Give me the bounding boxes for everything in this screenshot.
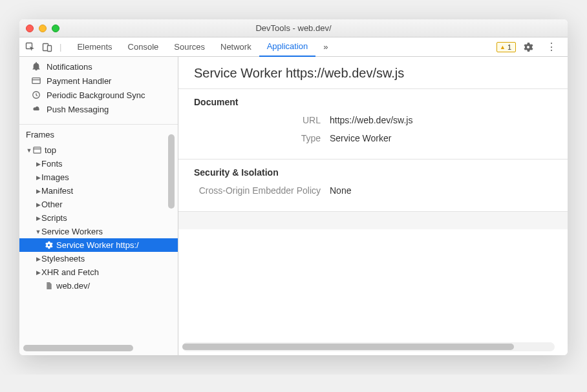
- tree-xhr-fetch[interactable]: XHR and Fetch: [19, 265, 178, 279]
- card-icon: [31, 76, 41, 86]
- warnings-count: 1: [507, 43, 511, 51]
- sidebar-item-push-messaging[interactable]: Push Messaging: [19, 102, 178, 116]
- coep-value: None: [330, 185, 351, 196]
- url-label: URL: [194, 115, 330, 125]
- expand-arrow-icon: [35, 174, 41, 181]
- tree-label: XHR and Fetch: [41, 267, 99, 277]
- type-value: Service Worker: [330, 133, 391, 143]
- tab-sources[interactable]: Sources: [166, 37, 213, 57]
- frame-icon: [32, 146, 42, 154]
- tree-stylesheets[interactable]: Stylesheets: [19, 252, 178, 265]
- type-label: Type: [194, 133, 330, 143]
- expand-arrow-icon: [35, 161, 41, 167]
- expand-arrow-icon: [35, 229, 41, 235]
- expand-arrow-icon: [35, 201, 41, 208]
- document-icon: [44, 282, 54, 290]
- tree-service-workers[interactable]: Service Workers: [19, 225, 178, 238]
- coep-label: Cross-Origin Embedder Policy: [194, 185, 330, 196]
- tree-webdev-leaf[interactable]: web.dev/: [19, 279, 178, 293]
- tree-service-worker-item[interactable]: Service Worker https:/: [19, 238, 178, 252]
- expand-arrow-icon: [26, 147, 32, 154]
- tabs-overflow[interactable]: »: [315, 37, 336, 57]
- section-title: Document: [194, 97, 552, 107]
- expand-arrow-icon: [35, 215, 41, 222]
- more-icon[interactable]: ⋮: [546, 41, 557, 53]
- device-toggle-icon[interactable]: [41, 41, 53, 53]
- svg-rect-3: [32, 78, 40, 84]
- separator: |: [59, 42, 61, 52]
- sidebar-item-label: Push Messaging: [47, 105, 109, 114]
- devtools-toolbar: | Elements Console Sources Network Appli…: [19, 37, 568, 57]
- tab-application[interactable]: Application: [259, 37, 316, 57]
- security-section: Security & Isolation Cross-Origin Embedd…: [178, 159, 568, 211]
- tree-label: Other: [41, 200, 63, 209]
- tree-top[interactable]: top: [19, 143, 178, 157]
- inspect-icon[interactable]: [25, 41, 36, 53]
- tree-other[interactable]: Other: [19, 198, 178, 211]
- cloud-icon: [31, 104, 41, 114]
- tree-label: web.dev/: [56, 281, 90, 291]
- expand-arrow-icon: [35, 256, 41, 262]
- sidebar-item-payment-handler[interactable]: Payment Handler: [19, 74, 178, 88]
- tab-network[interactable]: Network: [213, 37, 259, 57]
- gear-icon: [44, 241, 54, 249]
- bell-icon: [31, 61, 41, 72]
- tree-label: Fonts: [41, 159, 63, 169]
- tree-scripts[interactable]: Scripts: [19, 211, 178, 225]
- sidebar-item-label: Periodic Background Sync: [47, 90, 145, 100]
- tree-label: top: [45, 145, 56, 155]
- empty-section: [178, 211, 568, 229]
- sidebar-vscrollbar[interactable]: [168, 134, 176, 263]
- main-panel: Service Worker https://web.dev/sw.js Doc…: [178, 57, 568, 355]
- document-section: Document URL https://web.dev/sw.js Type …: [178, 88, 568, 159]
- warnings-badge[interactable]: 1: [496, 42, 516, 52]
- main-hscrollbar[interactable]: [182, 342, 555, 351]
- expand-arrow-icon: [35, 188, 41, 194]
- tree-label: Stylesheets: [41, 254, 85, 263]
- tree-images[interactable]: Images: [19, 170, 178, 184]
- sidebar-item-label: Payment Handler: [47, 76, 111, 86]
- tree-label: Service Workers: [41, 227, 103, 236]
- tab-elements[interactable]: Elements: [69, 37, 120, 57]
- tree-label: Images: [41, 172, 69, 182]
- sidebar-item-label: Notifications: [47, 62, 92, 72]
- svg-rect-6: [34, 147, 41, 153]
- expand-arrow-icon: [35, 269, 41, 276]
- clock-icon: [31, 90, 41, 100]
- section-title: Security & Isolation: [194, 167, 552, 178]
- frames-title: Frames: [19, 129, 178, 143]
- sidebar-item-notifications[interactable]: Notifications: [19, 59, 178, 74]
- titlebar: DevTools - web.dev/: [19, 19, 568, 37]
- window-title: DevTools - web.dev/: [19, 23, 568, 33]
- panel-tabs: Elements Console Sources Network Applica…: [69, 37, 336, 57]
- tab-console[interactable]: Console: [120, 37, 167, 57]
- svg-rect-2: [48, 45, 52, 51]
- frames-tree: top Fonts Images Manifest Other Scripts …: [19, 143, 178, 293]
- sidebar-hscrollbar[interactable]: [23, 345, 157, 353]
- url-value: https://web.dev/sw.js: [330, 115, 412, 125]
- tree-label: Service Worker https:/: [56, 240, 139, 250]
- devtools-window: DevTools - web.dev/ | Elements Console S…: [19, 19, 568, 355]
- tree-label: Manifest: [41, 186, 73, 196]
- tree-fonts[interactable]: Fonts: [19, 157, 178, 170]
- frames-section: Frames top Fonts Images Manifest Other S…: [19, 124, 178, 355]
- page-title: Service Worker https://web.dev/sw.js: [178, 57, 568, 88]
- tree-label: Scripts: [41, 213, 67, 223]
- application-sidebar: Notifications Payment Handler Periodic B…: [19, 57, 178, 355]
- sidebar-item-periodic-bg-sync[interactable]: Periodic Background Sync: [19, 88, 178, 102]
- settings-icon[interactable]: [522, 41, 534, 53]
- tree-manifest[interactable]: Manifest: [19, 184, 178, 198]
